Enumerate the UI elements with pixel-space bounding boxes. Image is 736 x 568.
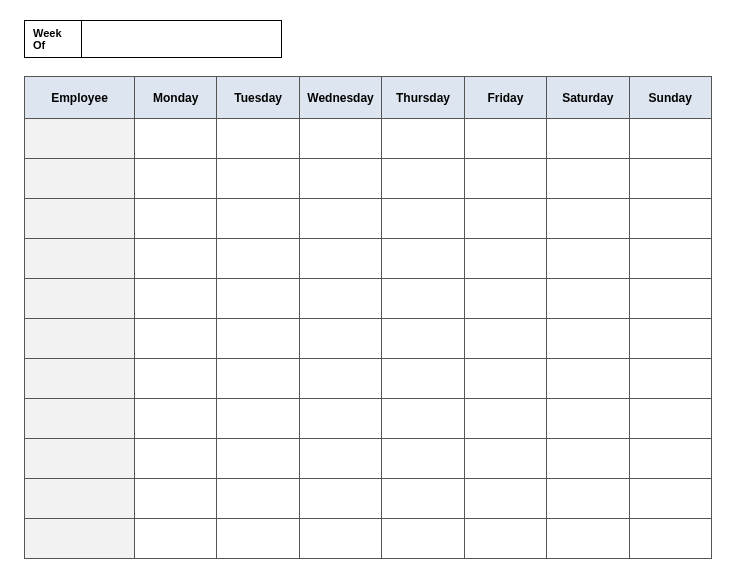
- day-cell[interactable]: [135, 479, 217, 519]
- employee-cell[interactable]: [25, 279, 135, 319]
- header-employee: Employee: [25, 77, 135, 119]
- day-cell[interactable]: [135, 159, 217, 199]
- day-cell[interactable]: [299, 399, 381, 439]
- day-cell[interactable]: [135, 519, 217, 559]
- day-cell[interactable]: [299, 199, 381, 239]
- day-cell[interactable]: [299, 159, 381, 199]
- day-cell[interactable]: [547, 239, 629, 279]
- day-cell[interactable]: [217, 199, 299, 239]
- day-cell[interactable]: [464, 439, 546, 479]
- day-cell[interactable]: [135, 359, 217, 399]
- day-cell[interactable]: [135, 439, 217, 479]
- day-cell[interactable]: [547, 319, 629, 359]
- day-cell[interactable]: [217, 439, 299, 479]
- day-cell[interactable]: [547, 199, 629, 239]
- weekof-value[interactable]: [82, 20, 282, 58]
- day-cell[interactable]: [382, 199, 464, 239]
- day-cell[interactable]: [382, 519, 464, 559]
- employee-cell[interactable]: [25, 439, 135, 479]
- day-cell[interactable]: [217, 119, 299, 159]
- day-cell[interactable]: [135, 239, 217, 279]
- day-cell[interactable]: [629, 319, 711, 359]
- table-row: [25, 439, 712, 479]
- employee-cell[interactable]: [25, 359, 135, 399]
- day-cell[interactable]: [299, 439, 381, 479]
- day-cell[interactable]: [382, 439, 464, 479]
- day-cell[interactable]: [547, 479, 629, 519]
- employee-cell[interactable]: [25, 479, 135, 519]
- day-cell[interactable]: [299, 519, 381, 559]
- employee-cell[interactable]: [25, 399, 135, 439]
- day-cell[interactable]: [464, 119, 546, 159]
- table-row: [25, 519, 712, 559]
- day-cell[interactable]: [299, 119, 381, 159]
- day-cell[interactable]: [135, 399, 217, 439]
- employee-cell[interactable]: [25, 199, 135, 239]
- day-cell[interactable]: [382, 399, 464, 439]
- day-cell[interactable]: [629, 439, 711, 479]
- day-cell[interactable]: [217, 359, 299, 399]
- schedule-body: [25, 119, 712, 559]
- day-cell[interactable]: [464, 359, 546, 399]
- day-cell[interactable]: [629, 479, 711, 519]
- day-cell[interactable]: [629, 239, 711, 279]
- day-cell[interactable]: [135, 199, 217, 239]
- day-cell[interactable]: [382, 359, 464, 399]
- day-cell[interactable]: [547, 519, 629, 559]
- day-cell[interactable]: [464, 239, 546, 279]
- day-cell[interactable]: [629, 359, 711, 399]
- day-cell[interactable]: [464, 399, 546, 439]
- employee-cell[interactable]: [25, 119, 135, 159]
- day-cell[interactable]: [217, 399, 299, 439]
- day-cell[interactable]: [629, 199, 711, 239]
- table-row: [25, 119, 712, 159]
- table-row: [25, 159, 712, 199]
- day-cell[interactable]: [217, 319, 299, 359]
- day-cell[interactable]: [382, 239, 464, 279]
- weekof-label: Week Of: [24, 20, 82, 58]
- day-cell[interactable]: [464, 519, 546, 559]
- day-cell[interactable]: [217, 479, 299, 519]
- day-cell[interactable]: [217, 239, 299, 279]
- day-cell[interactable]: [629, 159, 711, 199]
- day-cell[interactable]: [547, 359, 629, 399]
- day-cell[interactable]: [547, 399, 629, 439]
- day-cell[interactable]: [217, 279, 299, 319]
- day-cell[interactable]: [299, 279, 381, 319]
- table-row: [25, 199, 712, 239]
- day-cell[interactable]: [464, 479, 546, 519]
- day-cell[interactable]: [135, 279, 217, 319]
- table-row: [25, 359, 712, 399]
- day-cell[interactable]: [299, 239, 381, 279]
- day-cell[interactable]: [547, 159, 629, 199]
- employee-cell[interactable]: [25, 319, 135, 359]
- employee-cell[interactable]: [25, 159, 135, 199]
- day-cell[interactable]: [217, 159, 299, 199]
- day-cell[interactable]: [217, 519, 299, 559]
- day-cell[interactable]: [547, 439, 629, 479]
- day-cell[interactable]: [629, 399, 711, 439]
- day-cell[interactable]: [629, 519, 711, 559]
- day-cell[interactable]: [382, 279, 464, 319]
- day-cell[interactable]: [382, 159, 464, 199]
- day-cell[interactable]: [464, 279, 546, 319]
- day-cell[interactable]: [382, 319, 464, 359]
- day-cell[interactable]: [629, 279, 711, 319]
- day-cell[interactable]: [299, 359, 381, 399]
- employee-cell[interactable]: [25, 239, 135, 279]
- day-cell[interactable]: [382, 119, 464, 159]
- day-cell[interactable]: [464, 319, 546, 359]
- day-cell[interactable]: [629, 119, 711, 159]
- day-cell[interactable]: [299, 479, 381, 519]
- day-cell[interactable]: [547, 279, 629, 319]
- day-cell[interactable]: [464, 199, 546, 239]
- day-cell[interactable]: [547, 119, 629, 159]
- employee-cell[interactable]: [25, 519, 135, 559]
- table-row: [25, 479, 712, 519]
- day-cell[interactable]: [135, 119, 217, 159]
- schedule-table: Employee Monday Tuesday Wednesday Thursd…: [24, 76, 712, 559]
- day-cell[interactable]: [382, 479, 464, 519]
- day-cell[interactable]: [299, 319, 381, 359]
- day-cell[interactable]: [135, 319, 217, 359]
- day-cell[interactable]: [464, 159, 546, 199]
